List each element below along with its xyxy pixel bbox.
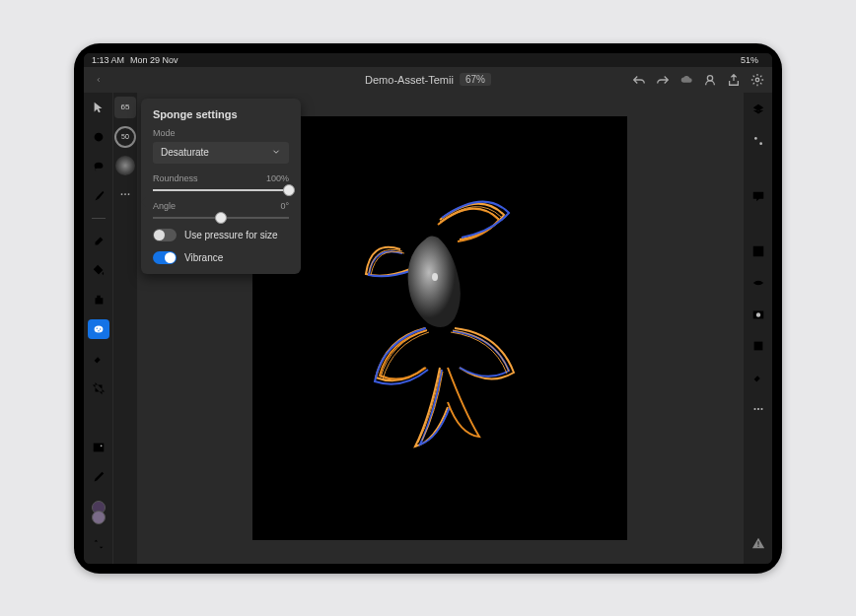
angle-slider[interactable] [153,217,289,219]
add-layer-button[interactable] [748,240,769,262]
mode-select[interactable]: Desaturate [153,142,289,164]
zoom-level[interactable]: 67% [460,73,491,86]
svg-point-4 [707,75,712,80]
svg-point-6 [94,133,103,142]
artwork-image [331,180,548,476]
text-tool[interactable] [88,408,109,428]
warning-icon[interactable] [748,532,769,554]
svg-point-7 [94,325,103,332]
svg-rect-23 [753,341,762,350]
svg-point-22 [755,312,759,316]
brush-size-chip[interactable]: 65 [114,97,136,118]
color-swatches[interactable] [92,501,106,524]
brush-hardness-chip[interactable]: 50 [114,126,136,148]
svg-point-25 [756,407,758,409]
document-canvas[interactable] [252,116,627,540]
brush-options-rail: 65 50 [113,93,137,564]
mode-label: Mode [153,128,176,138]
move-tool[interactable] [88,99,109,118]
status-time: 1:13 AM [92,55,124,65]
separator [92,218,106,219]
pressure-label: Use pressure for size [184,230,277,240]
layer-mask-button[interactable] [748,304,769,325]
svg-point-9 [100,328,101,329]
comments-button[interactable] [748,185,769,207]
angle-label: Angle [153,201,176,211]
back-button[interactable] [92,73,106,87]
clone-tool[interactable] [88,290,109,309]
brush-preview-chip[interactable] [115,156,135,175]
document-title: Demo-Asset-Temii [365,74,454,86]
precise-selection-button[interactable] [748,335,769,357]
mode-value: Desaturate [161,147,209,158]
share-button[interactable] [727,73,741,87]
status-date: Mon 29 Nov [130,55,178,65]
brush-tool[interactable] [88,186,109,206]
more-brush-options[interactable] [114,183,136,205]
svg-point-10 [98,330,99,331]
svg-point-18 [759,142,762,145]
battery-percent: 51% [741,55,758,65]
layer-properties-button[interactable] [748,130,769,152]
svg-rect-28 [757,545,758,546]
sponge-tool[interactable] [88,319,109,339]
transform-tool[interactable] [88,127,109,147]
settings-button[interactable] [750,73,764,87]
roundness-label: Roundness [153,173,198,183]
more-options-button[interactable] [748,398,769,420]
svg-point-14 [124,193,126,195]
svg-rect-19 [752,245,763,256]
redo-button[interactable] [656,73,670,87]
account-icon[interactable] [703,73,717,87]
sponge-settings-panel: Sponge settings Mode Desaturate Roundnes… [141,99,301,274]
svg-rect-11 [93,443,104,451]
vibrance-label: Vibrance [184,252,223,263]
layer-effects-button[interactable] [748,367,769,388]
pressure-toggle[interactable] [153,229,177,241]
healing-brush-tool[interactable] [88,349,109,369]
cloud-sync-icon[interactable] [679,73,693,87]
svg-point-15 [128,193,130,195]
vibrance-toggle[interactable] [153,251,177,264]
layers-panel-button[interactable] [748,99,769,120]
lasso-tool[interactable] [88,157,109,176]
svg-point-5 [755,78,759,82]
fill-tool[interactable] [88,260,109,280]
eyedropper-tool[interactable] [88,467,109,487]
place-photo-tool[interactable] [88,438,109,457]
roundness-slider[interactable] [153,189,289,191]
layer-visibility-button[interactable] [748,272,769,294]
panel-title: Sponge settings [153,108,289,120]
chevron-down-icon [271,147,281,159]
angle-value: 0° [280,201,289,211]
app-header: Demo-Asset-Temii 67% [84,67,772,93]
left-toolbar [84,93,113,564]
arrange-tool[interactable] [88,534,109,554]
svg-point-8 [96,327,97,328]
right-toolbar [743,93,772,564]
svg-point-26 [760,407,762,409]
svg-point-17 [754,137,757,140]
background-color[interactable] [92,511,106,524]
roundness-value: 100% [266,173,289,183]
ipad-status-bar: 1:13 AM Mon 29 Nov 51% [84,53,772,67]
svg-point-20 [756,281,760,285]
svg-point-16 [432,273,438,281]
svg-point-13 [121,193,123,195]
undo-button[interactable] [632,73,646,87]
svg-point-12 [100,445,102,446]
svg-point-24 [753,407,755,409]
crop-tool[interactable] [88,378,109,398]
eraser-tool[interactable] [88,231,109,250]
svg-rect-27 [757,541,758,545]
